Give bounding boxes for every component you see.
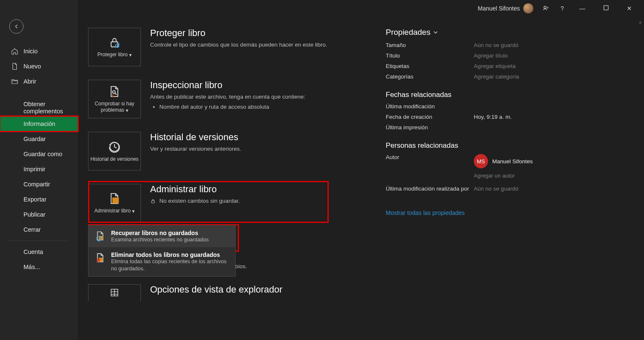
prop-val-size: Aún no se guardó <box>474 42 627 48</box>
recover-icon <box>94 230 106 243</box>
prop-val-title[interactable]: Agregar título <box>474 52 627 59</box>
section-desc: Antes de publicar este archivo, tenga en… <box>150 93 305 101</box>
prop-label-categories: Categorías <box>386 73 474 80</box>
menu-item-title: Eliminar todos los libros no guardados <box>111 251 229 258</box>
lock-icon <box>150 198 156 204</box>
manage-icon <box>108 192 121 205</box>
people-grid: Autor MS Manuel Sifontes Agregar un auto… <box>386 154 627 192</box>
add-author-link[interactable]: Agregar un autor <box>474 173 627 179</box>
manage-workbook-menu: Recuperar libros no guardados Examina ar… <box>88 225 236 277</box>
section-title: Opciones de vista de explorador <box>150 284 283 295</box>
inspect-workbook-tile[interactable]: Comprobar si hay problemas ▾ <box>88 80 141 118</box>
sidebar-item-informacion[interactable]: Información <box>0 116 78 131</box>
menu-item-title: Recuperar libros no guardados <box>111 230 209 236</box>
section-title: Historial de versiones <box>150 132 242 143</box>
show-all-properties-link[interactable]: Mostrar todas las propiedades <box>386 209 465 216</box>
grid-icon <box>108 286 121 299</box>
menu-delete-unsaved[interactable]: Eliminar todos los libros no guardados E… <box>88 247 235 276</box>
chevron-down-icon: ▾ <box>132 208 135 214</box>
section-title: Administrar libro <box>150 184 240 195</box>
svg-rect-6 <box>113 198 118 203</box>
prop-label-modified: Última modificación <box>386 103 474 110</box>
chevron-down-icon <box>433 30 438 35</box>
folder-icon <box>11 78 18 85</box>
svg-point-4 <box>112 91 115 94</box>
addins-icon <box>11 104 18 112</box>
prop-label-lastmodby: Última modificación realizada por <box>386 183 474 192</box>
sidebar-item-cerrar[interactable]: Cerrar <box>0 222 78 237</box>
chevron-down-icon: ▾ <box>126 107 128 113</box>
version-history-tile[interactable]: Historial de versiones <box>88 132 141 170</box>
prop-label-size: Tamaño <box>386 42 474 48</box>
prop-val-tags[interactable]: Agregar etiqueta <box>474 63 627 69</box>
prop-val-categories[interactable]: Agregar categoría <box>474 73 627 80</box>
explorer-options-tile[interactable] <box>88 284 141 301</box>
back-button[interactable] <box>9 19 23 34</box>
sidebar-label: Cerrar <box>23 226 41 233</box>
properties-heading[interactable]: Propiedades <box>386 28 627 37</box>
prop-label-created: Fecha de creación <box>386 114 474 120</box>
author-name: Manuel Sifontes <box>492 158 533 165</box>
protect-workbook-tile[interactable]: Proteger libro ▾ <box>88 28 141 66</box>
inspect-bullet: Nombre del autor y ruta de acceso absolu… <box>159 104 305 110</box>
dates-grid: Última modificación Fecha de creación Ho… <box>386 103 627 131</box>
prop-val-lastmodby: Aún no se guardó <box>474 183 627 192</box>
sidebar-item-guardar[interactable]: Guardar <box>0 131 78 146</box>
lock-icon <box>108 36 121 49</box>
menu-item-sub: Examina archivos recientes no guardados <box>111 236 209 243</box>
sidebar-item-abrir[interactable]: Abrir <box>0 74 78 89</box>
section-desc: No existen cambios sin guardar. <box>150 197 240 205</box>
sidebar-label: Publicar <box>23 211 45 218</box>
menu-item-sub: Elimina todas las copias recientes de lo… <box>111 258 229 272</box>
prop-label-printed: Última impresión <box>386 124 474 131</box>
inspect-icon <box>108 85 121 98</box>
sidebar-label: Más... <box>23 264 40 270</box>
sidebar-label: Compartir <box>23 181 50 188</box>
history-icon <box>108 140 121 154</box>
sidebar-label: Imprimir <box>23 166 45 173</box>
sidebar-item-publicar[interactable]: Publicar <box>0 207 78 222</box>
sidebar-label: Abrir <box>23 78 36 85</box>
sidebar-label: Guardar <box>23 136 46 142</box>
section-desc: Controle el tipo de cambios que los demá… <box>150 41 327 49</box>
prop-label-title: Título <box>386 52 474 59</box>
sidebar-item-imprimir[interactable]: Imprimir <box>0 162 78 177</box>
sidebar-item-mas[interactable]: Más... <box>0 259 78 275</box>
menu-recover-unsaved[interactable]: Recuperar libros no guardados Examina ar… <box>88 225 235 247</box>
home-icon <box>11 47 18 55</box>
properties-grid: Tamaño Aún no se guardó Título Agregar t… <box>386 42 627 80</box>
svg-rect-7 <box>152 201 155 203</box>
chevron-down-icon: ▾ <box>129 52 132 58</box>
sidebar-item-guardar-como[interactable]: Guardar como <box>0 146 78 162</box>
sidebar-item-inicio[interactable]: Inicio <box>0 44 78 59</box>
delete-icon <box>94 251 106 272</box>
related-dates-heading: Fechas relacionadas <box>386 91 627 99</box>
section-title: Proteger libro <box>150 28 327 39</box>
sidebar-item-complementos[interactable]: Obtener complementos <box>0 99 78 116</box>
prop-val-created: Hoy, 9:19 a. m. <box>474 114 627 120</box>
sidebar-label: Nuevo <box>23 63 41 70</box>
author-initials-badge: MS <box>474 154 488 168</box>
sidebar-label: Inicio <box>23 48 38 55</box>
sidebar-label: Cuenta <box>23 248 43 255</box>
prop-label-author: Autor <box>386 154 474 160</box>
related-people-heading: Personas relacionadas <box>386 141 627 150</box>
backstage-sidebar: Inicio Nuevo Abrir Obtener complementos … <box>0 0 78 340</box>
sidebar-item-cuenta[interactable]: Cuenta <box>0 244 78 259</box>
prop-label-tags: Etiquetas <box>386 63 474 69</box>
sidebar-label: Exportar <box>23 196 47 203</box>
sidebar-item-exportar[interactable]: Exportar <box>0 192 78 207</box>
sidebar-label: Obtener complementos <box>23 101 70 115</box>
sidebar-label: Guardar como <box>23 151 62 157</box>
sidebar-label: Información <box>23 120 55 127</box>
sidebar-item-compartir[interactable]: Compartir <box>0 177 78 192</box>
section-title: Inspeccionar libro <box>150 80 305 91</box>
file-icon <box>11 63 18 70</box>
sidebar-item-nuevo[interactable]: Nuevo <box>0 59 78 74</box>
manage-workbook-tile[interactable]: Administrar libro ▾ <box>88 184 141 222</box>
section-desc: Ver y restaurar versiones anteriores. <box>150 145 242 153</box>
author-entry[interactable]: MS Manuel Sifontes <box>474 154 627 168</box>
